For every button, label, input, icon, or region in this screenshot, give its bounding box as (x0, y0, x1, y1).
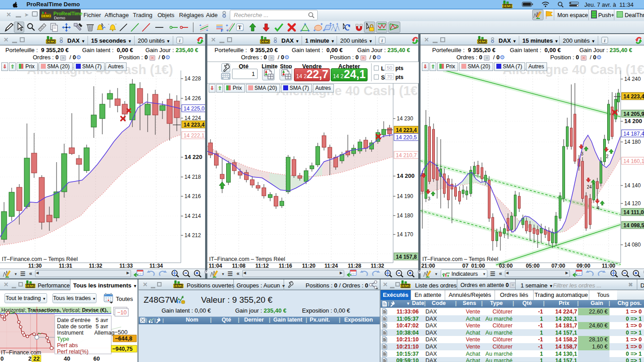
svg-text:11:24: 11:24 (324, 263, 338, 269)
svg-text:DEMO: DEMO (173, 284, 184, 288)
svg-text:11:12: 11:12 (255, 263, 269, 269)
svg-text:11:32: 11:32 (371, 263, 384, 269)
svg-text:11:08: 11:08 (232, 263, 245, 269)
svg-text:14 214: 14 214 (184, 213, 201, 219)
svg-text:11:28: 11:28 (348, 263, 361, 269)
svg-text:IT–Finance.com – Temps Réel: IT–Finance.com – Temps Réel (422, 256, 498, 262)
svg-text:11:34: 11:34 (149, 263, 163, 269)
svg-text:−644,8: −644,8 (115, 336, 132, 342)
svg-text:09:00: 09:00 (577, 263, 591, 269)
svg-text:07:00: 07:00 (552, 263, 565, 269)
svg-text:14 140: 14 140 (624, 182, 641, 189)
svg-text:2: 2 (606, 154, 609, 159)
svg-text:14 157,8: 14 157,8 (396, 254, 417, 260)
svg-text:IT–Finance.com: IT–Finance.com (1, 349, 41, 356)
svg-text:5 avr: 5 avr (96, 323, 108, 330)
svg-text:14 187,4: 14 187,4 (623, 131, 644, 137)
svg-text:11:20: 11:20 (302, 263, 315, 269)
svg-text:14 160,1: 14 160,1 (623, 158, 644, 164)
svg-text:2: 2 (28, 355, 31, 362)
svg-text:Date d'entrée: Date d'entrée (57, 317, 91, 323)
svg-text:3: 3 (581, 151, 583, 156)
svg-text:14 223,4: 14 223,4 (396, 127, 417, 133)
svg-text:60: 60 (93, 355, 100, 362)
svg-text:14 220: 14 220 (184, 154, 202, 160)
svg-text:21:00: 21:00 (421, 263, 435, 269)
svg-text:Date de sortie: Date de sortie (57, 323, 92, 330)
svg-text:14 216: 14 216 (184, 193, 201, 199)
svg-text:11:32: 11:32 (89, 263, 102, 269)
svg-text:Perf abs: Perf abs (57, 342, 78, 349)
svg-text:07: 07 (462, 263, 469, 269)
svg-text:Valeur : 9 355,20 €: Valeur : 9 355,20 € (201, 295, 273, 305)
svg-text:DEMO: DEMO (477, 40, 487, 44)
svg-text:Z48G7W: Z48G7W (144, 295, 178, 305)
svg-text:DEMO: DEMO (400, 284, 411, 288)
svg-text:14 218: 14 218 (184, 174, 201, 180)
svg-text:24: 24 (587, 185, 592, 190)
svg-text:14 212: 14 212 (184, 232, 201, 238)
svg-text:DEMO: DEMO (25, 284, 35, 288)
svg-text:14 228: 14 228 (184, 75, 201, 82)
svg-text:14 223,4: 14 223,4 (184, 122, 205, 128)
svg-text:11:33: 11:33 (119, 263, 133, 269)
svg-text:|: | (162, 318, 164, 323)
svg-text:−940,75: −940,75 (112, 346, 133, 352)
svg-text:22: 22 (33, 355, 39, 362)
svg-text:11:30: 11:30 (28, 263, 42, 269)
svg-text:14 240: 14 240 (624, 76, 641, 82)
svg-text:DEMO: DEMO (260, 40, 270, 44)
svg-text:−500: −500 (114, 329, 127, 336)
svg-text:14 220,5: 14 220,5 (396, 134, 417, 141)
svg-text:IT–Finance.com – Temps Réel: IT–Finance.com – Temps Réel (2, 256, 78, 262)
svg-text:14 230: 14 230 (397, 115, 413, 122)
svg-text:14 190: 14 190 (397, 193, 413, 199)
svg-text:Type: Type (57, 336, 69, 342)
svg-text:Instrument: Instrument (57, 330, 84, 336)
svg-text:|: | (154, 318, 156, 323)
svg-text:5 avr: 5 avr (96, 317, 108, 323)
svg-text:03:00: 03:00 (499, 263, 513, 269)
svg-text:01:00: 01:00 (471, 263, 485, 269)
svg-text:−10: −10 (117, 309, 127, 316)
svg-text:14 224: 14 224 (184, 115, 201, 121)
svg-text:14 222,1: 14 222,1 (184, 132, 205, 139)
svg-text:14 226: 14 226 (184, 95, 201, 102)
svg-text:14 225,0: 14 225,0 (184, 106, 205, 112)
svg-text:14 200: 14 200 (624, 118, 642, 124)
svg-text:Horizontal: Transactions, Vert: Horizontal: Transactions, Vertical: Devi… (1, 307, 108, 313)
svg-text:14 120: 14 120 (624, 200, 641, 207)
svg-text:14 098,5: 14 098,5 (623, 222, 644, 229)
svg-text:14 180: 14 180 (397, 212, 413, 219)
svg-text:11:31: 11:31 (59, 263, 72, 269)
svg-text:Perf relat(%): Perf relat(%) (57, 349, 88, 355)
svg-text:DEMO: DEMO (46, 40, 56, 44)
svg-text:05:00: 05:00 (526, 263, 540, 269)
svg-text:14 111,0: 14 111,0 (623, 209, 644, 216)
svg-text:11:04: 11:04 (209, 263, 222, 269)
svg-text:|: | (146, 318, 147, 323)
svg-text:Allemag: Allemag (94, 330, 114, 336)
svg-text:3: 3 (428, 196, 430, 201)
svg-text:14 210,7: 14 210,7 (396, 152, 417, 159)
svg-text:14 223,4: 14 223,4 (623, 93, 644, 100)
svg-text:14 200: 14 200 (397, 172, 415, 179)
svg-text:14 170: 14 170 (397, 231, 413, 238)
svg-text:14 180: 14 180 (624, 139, 641, 145)
svg-text:40: 40 (64, 355, 70, 362)
svg-text:IT–Finance.com – Temps Réel: IT–Finance.com – Temps Réel (209, 256, 285, 262)
svg-text:0: 0 (0, 355, 4, 362)
svg-text:11:16: 11:16 (279, 263, 292, 269)
svg-text:14 080: 14 080 (624, 242, 641, 248)
svg-text:|: | (388, 301, 389, 306)
svg-text:11:00: 11:00 (602, 263, 615, 269)
svg-text:4: 4 (597, 206, 600, 211)
svg-text:14 205,9: 14 205,9 (623, 111, 644, 117)
